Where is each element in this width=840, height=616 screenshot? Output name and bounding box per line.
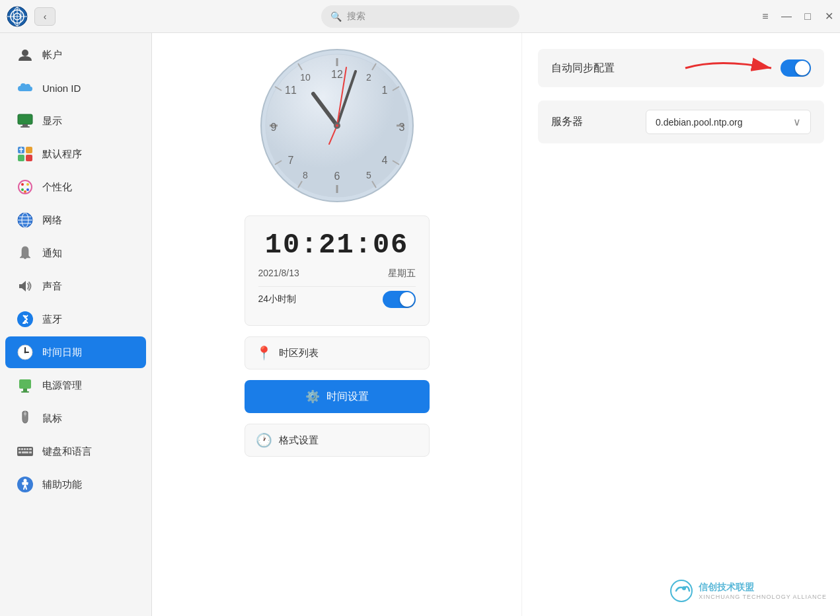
digital-time-box: 10:21:06 2021/8/13 星期五 24小时制 <box>245 215 430 326</box>
svg-point-31 <box>24 352 26 354</box>
svg-rect-32 <box>19 379 31 389</box>
sidebar-item-power[interactable]: 电源管理 <box>5 369 146 401</box>
auto-sync-row: 自动同步配置 <box>538 49 824 87</box>
keyboard-icon <box>16 442 34 461</box>
sidebar-label-accessibility: 辅助功能 <box>42 479 82 491</box>
sidebar-label-keyboard: 键盘和语言 <box>42 445 92 458</box>
sidebar-item-network[interactable]: 网络 <box>5 204 146 236</box>
sidebar-label-account: 帐户 <box>42 49 62 61</box>
svg-point-81 <box>336 124 338 127</box>
date-row: 2021/8/13 星期五 <box>258 268 416 280</box>
server-label: 服务器 <box>551 115 583 129</box>
sidebar-item-datetime[interactable]: 时间日期 <box>5 336 146 368</box>
palette-icon <box>16 178 34 196</box>
svg-point-18 <box>26 183 29 186</box>
svg-rect-12 <box>18 155 24 161</box>
bluetooth-icon <box>16 310 34 328</box>
svg-point-47 <box>24 479 27 482</box>
sidebar-item-display[interactable]: 显示 <box>5 105 146 137</box>
sidebar-item-personalize[interactable]: 个性化 <box>5 171 146 203</box>
svg-rect-38 <box>19 448 20 450</box>
sidebar-item-accessibility[interactable]: 辅助功能 <box>5 469 146 500</box>
svg-text:5: 5 <box>366 170 371 180</box>
svg-point-27 <box>17 311 33 327</box>
format-settings-label: 格式设置 <box>279 434 319 447</box>
svg-text:6: 6 <box>334 171 340 182</box>
svg-rect-39 <box>21 448 23 450</box>
svg-text:8: 8 <box>303 170 308 180</box>
chevron-down-icon: ∨ <box>793 116 801 128</box>
svg-text:7: 7 <box>287 155 293 166</box>
svg-text:2: 2 <box>366 72 371 83</box>
person-icon <box>16 46 34 64</box>
sidebar-label-notification: 通知 <box>42 247 62 260</box>
sidebar-item-sound[interactable]: 声音 <box>5 270 146 302</box>
svg-rect-33 <box>23 389 27 391</box>
sidebar-item-default-apps[interactable]: 默认程序 <box>5 138 146 170</box>
svg-point-20 <box>26 188 29 191</box>
weekday-display: 星期五 <box>388 268 416 280</box>
sound-icon <box>16 277 34 295</box>
analog-clock: 12 1 3 4 6 7 9 11 2 5 8 10 <box>258 46 416 205</box>
minimize-button[interactable]: — <box>782 12 791 21</box>
sidebar-label-mouse: 鼠标 <box>42 412 62 425</box>
svg-text:9: 9 <box>270 122 276 133</box>
svg-text:1: 1 <box>381 85 387 96</box>
right-panel: 自动同步配置 服务器 0.debian.pool.ntp.org <box>522 33 840 616</box>
sidebar-label-union-id: Union ID <box>42 83 81 94</box>
sidebar-label-sound: 声音 <box>42 280 62 293</box>
sidebar-label-display: 显示 <box>42 115 62 128</box>
svg-text:4: 4 <box>381 155 387 166</box>
apps-icon <box>16 145 34 163</box>
bell-icon <box>16 244 34 262</box>
search-bar[interactable]: 🔍 搜索 <box>321 5 519 28</box>
time-settings-label: 时间设置 <box>326 390 369 404</box>
auto-sync-label: 自动同步配置 <box>551 61 615 75</box>
main-layout: 帐户 Union ID 显示 <box>0 33 840 616</box>
sidebar-item-notification[interactable]: 通知 <box>5 237 146 269</box>
content-area: 12 1 3 4 6 7 9 11 2 5 8 10 <box>152 33 840 616</box>
svg-point-21 <box>24 190 26 193</box>
auto-sync-toggle[interactable] <box>781 59 811 77</box>
24h-label: 24小时制 <box>258 293 297 305</box>
digital-time-display: 10:21:06 <box>265 229 409 261</box>
server-value: 0.debian.pool.ntp.org <box>656 117 743 128</box>
sidebar-item-union-id[interactable]: Union ID <box>5 72 146 104</box>
branding-logo: 信创技术联盟 XINCHUANG TECHNOLOGY ALLIANCE <box>669 579 827 603</box>
svg-rect-44 <box>22 451 28 453</box>
24h-toggle[interactable] <box>383 291 416 308</box>
svg-point-17 <box>21 183 24 186</box>
sidebar-item-account[interactable]: 帐户 <box>5 39 146 71</box>
sidebar-label-personalize: 个性化 <box>42 181 72 194</box>
clock-icon <box>16 343 34 362</box>
back-button[interactable]: ‹ <box>34 7 56 26</box>
svg-rect-9 <box>20 126 30 128</box>
timezone-button[interactable]: 📍 时区列表 <box>245 336 430 369</box>
brand-text: 信创技术联盟 <box>699 582 827 594</box>
sidebar-item-keyboard[interactable]: 键盘和语言 <box>5 436 146 467</box>
svg-point-36 <box>24 412 26 415</box>
server-dropdown[interactable]: 0.debian.pool.ntp.org ∨ <box>646 110 811 134</box>
search-icon: 🔍 <box>330 11 342 22</box>
app-logo <box>7 6 28 27</box>
time-settings-button[interactable]: ⚙️ 时间设置 <box>245 380 430 413</box>
sidebar-label-power: 电源管理 <box>42 379 82 392</box>
format-icon: 🕐 <box>256 432 272 448</box>
sidebar-item-bluetooth[interactable]: 蓝牙 <box>5 303 146 335</box>
close-button[interactable]: ✕ <box>824 12 833 21</box>
timezone-label: 时区列表 <box>279 347 319 360</box>
search-placeholder: 搜索 <box>347 11 365 22</box>
sidebar-label-default-apps: 默认程序 <box>42 148 82 161</box>
date-display: 2021/8/13 <box>258 268 299 280</box>
format-settings-button[interactable]: 🕐 格式设置 <box>245 424 430 457</box>
svg-text:11: 11 <box>285 85 297 96</box>
menu-button[interactable]: ≡ <box>761 12 770 21</box>
svg-rect-40 <box>24 448 26 450</box>
monitor-icon <box>16 112 34 130</box>
cloud-icon <box>16 79 34 97</box>
sidebar-item-mouse[interactable]: 鼠标 <box>5 403 146 434</box>
svg-rect-43 <box>19 451 21 453</box>
svg-text:3: 3 <box>399 122 404 133</box>
svg-rect-42 <box>29 448 32 450</box>
maximize-button[interactable]: □ <box>803 12 812 21</box>
